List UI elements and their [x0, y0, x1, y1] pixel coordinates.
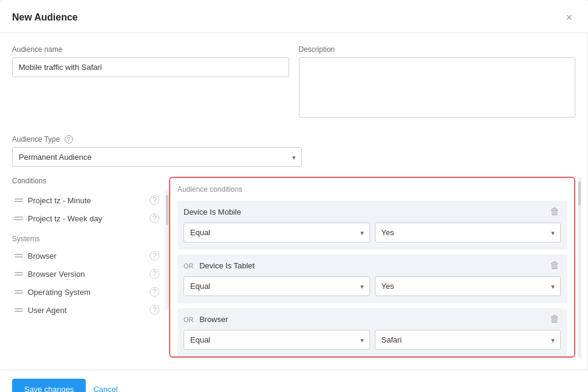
drag-handle-icon	[14, 308, 23, 312]
condition-label: Operating System	[28, 288, 91, 297]
cancel-button[interactable]: Cancel	[93, 385, 117, 392]
delete-condition-button[interactable]: 🗑	[549, 207, 561, 217]
conditions-scroll-area: Project tz - Minute ? Project tz - Week …	[12, 191, 162, 319]
condition-label: User Agent	[28, 306, 66, 315]
audience-type-group: Audience Type ? Permanent Audience Sessi…	[12, 135, 302, 167]
condition-row: Equal Not Equal ▾ Safari Chrome	[184, 330, 561, 350]
condition-block-title: Device Is Mobile	[184, 207, 241, 217]
conditions-sidebar: Conditions Project tz - Minute ? Project…	[12, 177, 169, 358]
condition-label: Project tz - Minute	[28, 196, 91, 205]
list-item[interactable]: Project tz - Week day ?	[12, 209, 162, 227]
drag-handle-icon	[14, 272, 23, 276]
drag-handle-icon	[14, 254, 23, 258]
operator-select-wrapper: Equal Not Equal ▾	[184, 223, 370, 242]
audience-conditions-container: Audience conditions Device Is Mobile 🗑	[169, 177, 575, 358]
modal-body: Audience name Description Audience Type …	[0, 33, 588, 370]
drag-handle-icon	[14, 217, 23, 220]
condition-row: Equal Not Equal ▾ Yes No	[184, 276, 561, 296]
right-scrollbar-thumb	[578, 182, 581, 206]
help-icon[interactable]: ?	[150, 305, 159, 315]
modal-header: New Audience ×	[0, 0, 588, 33]
value-select[interactable]: Safari Chrome Firefox Edge	[375, 330, 561, 350]
drag-handle-icon	[14, 198, 23, 202]
audience-type-label: Audience Type ?	[12, 135, 302, 144]
audience-name-label: Audience name	[12, 45, 289, 54]
modal-title: New Audience	[12, 12, 78, 23]
condition-block-title-row: OR Device Is Tablet	[184, 261, 255, 270]
help-icon[interactable]: ?	[150, 269, 159, 279]
operator-select-wrapper: Equal Not Equal ▾	[184, 276, 370, 296]
condition-block: Device Is Mobile 🗑 Equal Not Equal ▾	[177, 201, 567, 250]
audience-type-help-icon[interactable]: ?	[65, 135, 73, 144]
help-icon[interactable]: ?	[150, 195, 159, 205]
close-button[interactable]: ×	[562, 11, 576, 24]
operator-select[interactable]: Equal Not Equal	[184, 276, 370, 296]
condition-block-title: Device Is Tablet	[199, 261, 255, 270]
audience-conditions-panel: Audience conditions Device Is Mobile 🗑	[169, 177, 575, 358]
audience-conditions-title: Audience conditions	[177, 185, 567, 194]
left-panel: Audience name Description Audience Type …	[0, 33, 588, 370]
save-changes-button[interactable]: Save changes	[12, 379, 86, 392]
condition-block: OR Device Is Tablet 🗑 Equal Not Equal	[177, 254, 567, 303]
help-icon[interactable]: ?	[150, 287, 159, 297]
help-icon[interactable]: ?	[150, 213, 159, 223]
conditions-layout: Conditions Project tz - Minute ? Project…	[12, 177, 575, 358]
list-item[interactable]: Project tz - Minute ?	[12, 191, 162, 209]
condition-row: Equal Not Equal ▾ Yes No	[184, 223, 561, 242]
audience-type-select-wrapper: Permanent Audience Session Audience ▾	[12, 147, 302, 167]
value-select-wrapper: Yes No ▾	[375, 223, 561, 242]
systems-section-label: Systems	[12, 235, 162, 243]
top-form-row: Audience name Description	[12, 45, 575, 129]
delete-condition-button[interactable]: 🗑	[549, 261, 561, 270]
description-group: Description	[299, 45, 576, 119]
conditions-title: Conditions	[12, 177, 162, 185]
audience-name-group: Audience name	[12, 45, 289, 119]
condition-block-header: OR Browser 🗑	[184, 314, 561, 324]
value-select-wrapper: Yes No ▾	[375, 276, 561, 296]
condition-label: Browser	[28, 251, 57, 261]
operator-select[interactable]: Equal Not Equal	[184, 223, 370, 242]
right-scrollbar	[578, 177, 581, 358]
description-label: Description	[299, 45, 576, 54]
operator-select[interactable]: Equal Not Equal	[184, 330, 370, 350]
left-scrollbar-thumb	[166, 195, 168, 225]
condition-block-header: OR Device Is Tablet 🗑	[184, 261, 561, 270]
or-label: OR	[184, 316, 194, 323]
new-audience-modal: New Audience × Audience name Description…	[0, 0, 588, 392]
list-item[interactable]: Operating System ?	[12, 283, 162, 301]
or-label: OR	[184, 262, 194, 270]
operator-select-wrapper: Equal Not Equal ▾	[184, 330, 370, 350]
condition-block-title-row: OR Browser	[184, 315, 228, 324]
condition-label: Project tz - Week day	[28, 214, 102, 223]
help-icon[interactable]: ?	[150, 251, 159, 261]
audience-type-select[interactable]: Permanent Audience Session Audience	[12, 147, 302, 167]
condition-block: OR Browser 🗑 Equal Not Equal	[177, 308, 567, 357]
condition-block-header: Device Is Mobile 🗑	[184, 207, 561, 217]
audience-name-input[interactable]	[12, 57, 289, 77]
list-item[interactable]: User Agent ?	[12, 301, 162, 319]
value-select-wrapper: Safari Chrome Firefox Edge ▾	[375, 330, 561, 350]
value-select[interactable]: Yes No	[375, 276, 561, 296]
condition-block-title: Browser	[199, 315, 228, 324]
condition-label: Browser Version	[28, 270, 85, 279]
modal-footer: Save changes Cancel	[0, 370, 588, 392]
description-textarea[interactable]	[299, 57, 576, 118]
drag-handle-icon	[14, 290, 23, 294]
list-item[interactable]: Browser ?	[12, 247, 162, 265]
list-item[interactable]: Browser Version ?	[12, 265, 162, 283]
delete-condition-button[interactable]: 🗑	[549, 314, 561, 324]
value-select[interactable]: Yes No	[375, 223, 561, 242]
